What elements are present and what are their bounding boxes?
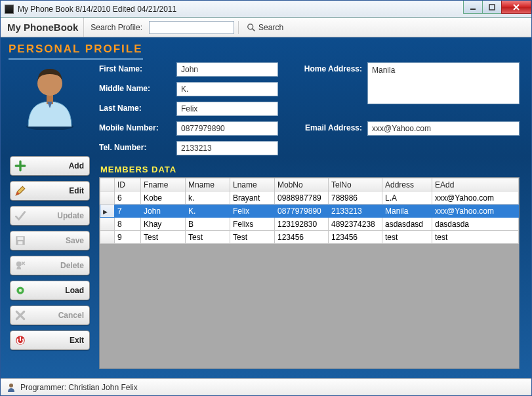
cell[interactable]: 123456 — [275, 231, 329, 244]
cell[interactable]: Test — [141, 231, 186, 244]
members-grid[interactable]: ID Fname Mname Lname MobNo TelNo Address… — [99, 177, 520, 369]
cell[interactable]: 4892374238 — [329, 218, 382, 231]
statusbar: Programmer: Christian John Felix — [1, 378, 531, 395]
table-row[interactable]: 9TestTestTest123456123456testtest — [100, 231, 519, 244]
edit-button[interactable]: Edit — [10, 181, 90, 201]
delete-icon — [14, 260, 26, 271]
toolbar: My PhoneBook Search Profile: Search — [1, 18, 531, 37]
table-row[interactable]: 7JohnK.Felix08779798902133213Manilaxxx@Y… — [100, 205, 519, 218]
cell[interactable]: test — [382, 231, 432, 244]
save-button[interactable]: Save — [10, 231, 90, 250]
col-eadd[interactable]: EAdd — [432, 178, 519, 191]
table-row[interactable]: 6Kobek.Brayant0988987789788986L.Axxx@Yah… — [100, 191, 519, 205]
exit-button-label: Exit — [70, 336, 84, 345]
middle-name-label: Middle Name: — [99, 82, 171, 93]
cell[interactable]: John — [141, 205, 186, 218]
minimize-button[interactable] — [463, 1, 483, 14]
email-field[interactable] — [367, 121, 520, 136]
search-label: Search Profile: — [88, 23, 145, 32]
cell[interactable]: 9 — [115, 231, 141, 244]
cell[interactable]: 123192830 — [275, 218, 329, 231]
load-button[interactable]: Load — [10, 281, 90, 300]
plus-icon — [14, 160, 26, 172]
maximize-icon — [488, 4, 496, 10]
save-button-label: Save — [66, 236, 84, 245]
table-row[interactable]: 8KhayBFelixs1231928304892374238asdasdasd… — [100, 218, 519, 231]
tel-label: Tel. Number: — [99, 141, 171, 152]
cell[interactable]: Felixs — [230, 218, 275, 231]
middle-name-field[interactable] — [176, 82, 278, 96]
cancel-button-label: Cancel — [58, 311, 84, 320]
cell[interactable]: 6 — [115, 191, 141, 205]
col-address[interactable]: Address — [382, 178, 432, 191]
col-telno[interactable]: TelNo — [329, 178, 382, 191]
cell[interactable]: asdasdasd — [382, 218, 432, 231]
cell[interactable]: L.A — [382, 191, 432, 205]
svg-rect-9 — [18, 241, 23, 245]
cell[interactable]: xxx@Yahoo.com — [432, 191, 519, 205]
col-mname[interactable]: Mname — [186, 178, 230, 191]
right-column: PERSONAL PROFILE First Name: Home Addres… — [99, 44, 520, 369]
home-address-label: Home Address: — [283, 62, 362, 73]
cell[interactable]: 8 — [115, 218, 141, 231]
cancel-icon — [14, 309, 26, 321]
svg-rect-0 — [470, 9, 476, 10]
add-button[interactable]: Add — [10, 156, 90, 176]
row-header[interactable] — [100, 231, 115, 244]
person-icon — [6, 382, 16, 393]
cell[interactable]: 0988987789 — [275, 191, 329, 205]
cell[interactable]: test — [432, 231, 519, 244]
col-lname[interactable]: Lname — [230, 178, 275, 191]
tel-field[interactable] — [176, 141, 278, 155]
cell[interactable]: 123456 — [329, 231, 382, 244]
cell[interactable]: 788986 — [329, 191, 382, 205]
cell[interactable]: xxx@Yahoo.com — [432, 205, 519, 218]
cell[interactable]: Manila — [382, 205, 432, 218]
row-header[interactable] — [100, 191, 115, 205]
mobile-field[interactable] — [176, 121, 278, 136]
last-name-label: Last Name: — [99, 102, 171, 113]
cell[interactable]: Brayant — [230, 191, 275, 205]
search-input[interactable] — [149, 21, 234, 34]
window-title: My Phone Book 8/14/2010 Edited 04/21/201… — [18, 5, 176, 14]
cell[interactable]: 2133213 — [329, 205, 382, 218]
row-header[interactable] — [100, 205, 115, 218]
cell[interactable]: Khay — [141, 218, 186, 231]
update-button[interactable]: Update — [10, 206, 90, 226]
profile-form: First Name: Home Address: Middle Name: L… — [99, 58, 520, 155]
edit-button-label: Edit — [69, 186, 84, 195]
maximize-button[interactable] — [482, 1, 502, 14]
cell[interactable]: 7 — [115, 205, 141, 218]
first-name-field[interactable] — [176, 62, 278, 77]
cell[interactable]: 0877979890 — [275, 205, 329, 218]
app-window: My Phone Book 8/14/2010 Edited 04/21/201… — [0, 0, 532, 396]
cell[interactable]: Test — [230, 231, 275, 244]
cell[interactable]: Felix — [230, 205, 275, 218]
toolbar-divider — [238, 21, 239, 34]
col-fname[interactable]: Fname — [141, 178, 186, 191]
avatar — [20, 61, 79, 130]
cell[interactable]: dasdasda — [432, 218, 519, 231]
row-header[interactable] — [100, 218, 115, 231]
power-icon — [14, 334, 26, 346]
last-name-field[interactable] — [176, 102, 278, 116]
cell[interactable]: B — [186, 218, 230, 231]
close-icon — [512, 4, 520, 10]
cell[interactable]: k. — [186, 191, 230, 205]
svg-point-2 — [248, 24, 253, 29]
cell[interactable]: Test — [186, 231, 230, 244]
pencil-icon — [14, 185, 26, 197]
search-button[interactable]: Search — [243, 23, 287, 32]
cancel-button[interactable]: Cancel — [10, 306, 90, 325]
col-id[interactable]: ID — [115, 178, 141, 191]
cell[interactable]: Kobe — [141, 191, 186, 205]
home-address-field[interactable] — [367, 62, 520, 104]
close-button[interactable] — [501, 1, 531, 14]
app-icon — [5, 5, 14, 14]
brand-label: My PhoneBook — [5, 18, 84, 37]
exit-button[interactable]: Exit — [10, 330, 90, 350]
members-heading: MEMBERS DATA — [100, 165, 520, 174]
delete-button[interactable]: Delete — [10, 256, 90, 275]
cell[interactable]: K. — [186, 205, 230, 218]
col-mobno[interactable]: MobNo — [275, 178, 329, 191]
